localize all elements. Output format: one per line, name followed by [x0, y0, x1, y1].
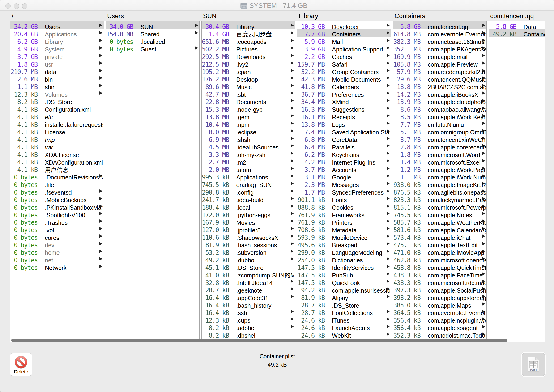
file-name: SUN [140, 23, 199, 31]
file-size: 110.6 kB [202, 234, 229, 242]
file-name: com.apple.QuickTimePlayerX [428, 264, 486, 272]
file-name: com.apple.iBooksX [428, 91, 486, 99]
file-name: Movies [236, 219, 295, 227]
file-name: .localized [140, 38, 199, 46]
file-name: com.apple.WeatherKitService [428, 219, 486, 227]
file-size: 2.0 MB [202, 166, 229, 174]
file-name: PubSub [332, 272, 390, 279]
file-name: com.apple.iWork.Pages [428, 167, 486, 174]
file-name: .jprofiler8 [236, 227, 295, 234]
file-name: com.todoist.mac.Todoist [428, 332, 486, 340]
file-name: .cups [236, 317, 295, 324]
file-size: 210.7 MB [10, 69, 38, 76]
file-name: System [45, 46, 103, 53]
file-name: .config [236, 189, 295, 196]
file-size: 0 bytes [106, 38, 133, 46]
file-name: com.tencent.xinWeChat [428, 136, 486, 144]
file-name: WebKit [332, 332, 390, 340]
file-name: License [45, 129, 103, 136]
file-name: .python-eggs [236, 212, 295, 219]
zoom-button[interactable] [22, 3, 27, 9]
file-size: 22.8 MB [202, 98, 229, 106]
file-size: 1.8 MB [393, 151, 421, 159]
file-row[interactable]: 5.8 GBData [489, 21, 545, 29]
file-name: installer.failurerequests [45, 121, 103, 129]
plist-icon-label: PLIST [530, 368, 537, 371]
file-name: Calendars [332, 84, 390, 91]
file-name: com.microsoft.rdc.mac [428, 279, 486, 287]
minimize-button[interactable] [14, 3, 19, 9]
file-name: cores [45, 234, 103, 242]
file-row[interactable]: 30.4 GBLibrary [202, 21, 295, 29]
file-name: .eclipse [236, 129, 295, 136]
file-name: oradiag_SUN [236, 181, 295, 189]
file-size: 176.2 MB [202, 76, 229, 83]
file-name: LanguageModeling [332, 249, 390, 257]
file-size: 5.8 GB [393, 23, 421, 31]
file-name: .file [45, 181, 103, 189]
file-size: 438.3 kB [393, 272, 421, 279]
file-size: 8.0 MB [202, 129, 229, 136]
file-name: .sbt [236, 91, 295, 99]
file-size: 24.6 kB [297, 324, 325, 332]
file-size: 4.1 kB [10, 114, 38, 121]
file-size: 29.6 MB [393, 76, 421, 83]
plist-file-icon: PLIST [528, 357, 539, 373]
file-size: 45.1 kB [202, 264, 229, 272]
file-name: Desktop [236, 76, 295, 84]
file-name: data [45, 69, 103, 76]
file-name: .DocumentRevisions-V100 [45, 174, 103, 181]
file-size: 5.8 GB [489, 23, 516, 31]
file-size: 901.1 kB [297, 196, 325, 204]
file-name: Group Containers [332, 69, 390, 76]
selected-file-size: 49.2 kB [0, 361, 554, 368]
file-size: 0 bytes [10, 196, 38, 204]
file-row[interactable]: 34.0 GBSUN [106, 21, 199, 29]
file-size: 299.0 kB [297, 249, 325, 257]
file-size: 147.5 kB [297, 272, 325, 279]
file-size: 10.4 MB [202, 121, 229, 129]
file-size: 41.8 MB [297, 83, 325, 91]
file-size: 42.7 MB [202, 91, 229, 98]
file-name: .DS_Store [332, 302, 390, 310]
file-name: Library [236, 23, 295, 31]
file-name: SyncedPreferences [332, 189, 390, 196]
file-name: com.tencent.qq [428, 23, 486, 31]
file-size: 4.5 MB [202, 144, 229, 151]
file-name: net [45, 257, 103, 264]
file-size: 1.4 GB [202, 31, 229, 38]
file-size: 94.2 kB [297, 287, 325, 294]
file-size: 495.6 kB [297, 242, 325, 249]
file-size: 24.6 kB [297, 317, 325, 324]
file-name: Safari [332, 61, 390, 69]
file-row[interactable]: 5.8 GBcom.tencent.qq [393, 21, 487, 29]
file-name: usr [45, 61, 103, 69]
file-size: 57.9 MB [393, 69, 421, 76]
file-size: 352.3 kB [393, 332, 421, 340]
file-name: .idea-build [236, 196, 295, 204]
file-name: .dbshell [236, 332, 295, 340]
file-name: Logs [332, 121, 390, 129]
file-name: .zcompdump-SUN的MacBook-Pro [236, 272, 295, 279]
file-name: sbin [45, 84, 103, 91]
file-name: com.apple.soagent [428, 324, 486, 332]
file-size: 5.9 GB [297, 38, 325, 46]
file-size: 0 bytes [10, 257, 38, 264]
file-size: 12.3 kB [202, 317, 229, 324]
file-size: 6.2 MB [297, 151, 325, 159]
file-row[interactable]: 10.3 GBDeveloper [297, 21, 391, 29]
file-name: com.apple.ncplugin.weather [428, 317, 486, 324]
file-size: 212.5 MB [202, 61, 229, 69]
file-name: com.evernote.EvernoteHelper [428, 309, 486, 317]
file-size: 761.9 kB [297, 212, 325, 219]
file-size: 10.3 GB [297, 23, 325, 31]
file-row[interactable]: 34.2 GBUsers [10, 21, 104, 29]
file-size: 475.1 kB [393, 242, 421, 249]
file-size: 28.7 kB [297, 309, 325, 317]
file-size: 8.5 MB [393, 114, 421, 121]
file-size: 105.8 MB [393, 61, 421, 69]
file-name: Applications [45, 31, 103, 38]
file-name: .DS_Store [236, 264, 295, 272]
close-button[interactable] [5, 3, 11, 9]
file-name: com.apple.mail [428, 53, 486, 61]
